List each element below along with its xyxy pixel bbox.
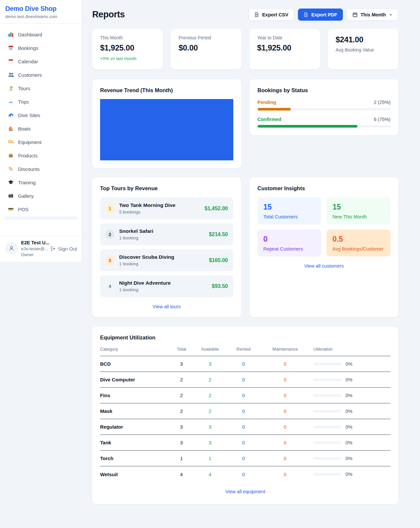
stat-label: Avg Booking Value	[336, 47, 390, 52]
tile-new-this-month: 15 New This Month	[326, 197, 390, 224]
tour-bookings: 5 bookings	[119, 210, 200, 214]
header-actions: Export CSV Export PDF This Month	[249, 9, 398, 21]
stat-card-year-to-date: Year to Date $1,925.00	[249, 29, 320, 69]
equipment-total: 3	[166, 440, 197, 445]
equipment-rented: 0	[223, 361, 264, 367]
table-row: Tank 3 3 0 0 0%	[100, 435, 390, 451]
sidebar-item-label: Customers	[18, 72, 42, 78]
tour-bookings: 1 booking	[119, 261, 204, 266]
sidebar-item-active-partial[interactable]	[4, 216, 78, 220]
period-dropdown[interactable]: This Month	[347, 9, 398, 21]
equipment-available: 2	[197, 393, 223, 398]
status-count: 6 (75%)	[374, 117, 390, 122]
stat-label: Previous Period	[178, 35, 233, 40]
period-label: This Month	[361, 12, 386, 17]
equipment-maintenance: 0	[264, 408, 306, 414]
sidebar-item-tours[interactable]: Tours	[4, 82, 78, 94]
tour-bookings: 1 booking	[119, 287, 207, 292]
export-csv-button[interactable]: Export CSV	[249, 9, 294, 21]
file-download-icon	[254, 12, 259, 17]
export-pdf-button[interactable]: Export PDF	[298, 9, 343, 21]
column-header-category: Category	[100, 347, 166, 352]
brand-name[interactable]: Demo Dive Shop	[5, 5, 76, 12]
sidebar-item-calendar[interactable]: Calendar	[4, 55, 78, 68]
equipment-rented: 0	[223, 472, 264, 477]
tile-label: Avg Bookings/Customer	[332, 246, 385, 252]
view-all-customers-link[interactable]: View all customers	[258, 263, 391, 269]
sidebar-item-pos[interactable]: POS	[4, 203, 78, 215]
equipment-rented: 0	[223, 408, 264, 414]
sidebar-item-dive-sites[interactable]: Dive Sites	[4, 109, 78, 121]
utilization-bar	[313, 378, 341, 381]
utilization-percent: 0%	[346, 377, 352, 382]
utilization-bar	[313, 473, 341, 476]
sidebar-item-discounts[interactable]: Discounts	[4, 163, 78, 175]
revenue-trend-chart	[100, 99, 233, 160]
graduation-cap-icon	[8, 179, 14, 185]
tile-label: New This Month	[332, 214, 385, 219]
sidebar-item-bookings[interactable]: 17 Bookings	[4, 42, 78, 54]
top-tours-title: Top Tours by Revenue	[100, 185, 233, 192]
dive-mask-icon	[8, 139, 14, 145]
sidebar-item-training[interactable]: Training	[4, 176, 78, 189]
equipment-maintenance: 0	[264, 456, 306, 461]
sidebar-item-boats[interactable]: Boats	[4, 122, 78, 135]
sidebar-item-gallery[interactable]: Gallery	[4, 190, 78, 202]
equipment-category: Wetsuit	[100, 472, 166, 477]
user-meta: E2E Test U... e2e-tester@... Owner	[21, 240, 47, 257]
export-csv-label: Export CSV	[262, 12, 288, 17]
page-header: Reports Export CSV Export PDF This Month	[92, 9, 398, 21]
bookings-by-status-card: Bookings by Status Pending 2 (25%) Confi…	[250, 79, 399, 135]
user-name: E2E Test U...	[21, 240, 47, 245]
sidebar-item-customers[interactable]: Customers	[4, 69, 78, 81]
sidebar-item-label: Tours	[18, 86, 30, 91]
tag-icon	[8, 166, 14, 172]
chevron-down-icon	[389, 13, 393, 17]
rank-badge: 3	[105, 256, 115, 265]
equipment-category: BCD	[100, 361, 166, 367]
avatar	[5, 242, 18, 254]
export-pdf-label: Export PDF	[311, 12, 337, 17]
bookings-calendar-icon: 17	[8, 45, 14, 51]
equipment-category: Torch	[100, 456, 166, 461]
sidebar-item-products[interactable]: Products	[4, 149, 78, 162]
equipment-utilization-card: Equipment Utilization Category Total Ava…	[92, 327, 398, 504]
tile-value: 15	[332, 203, 385, 212]
sidebar-item-dashboard[interactable]: Dashboard	[4, 28, 78, 41]
tile-repeat-customers: 0 Repeat Customers	[258, 230, 322, 256]
rank-badge: 1	[105, 204, 115, 213]
equipment-available: 3	[197, 424, 223, 430]
customers-icon	[8, 72, 14, 78]
column-header-available: Available	[197, 347, 223, 352]
insight-tiles: 15 Total Customers 15 New This Month 0 R…	[258, 197, 391, 256]
sidebar-item-label: Bookings	[18, 45, 38, 51]
stat-delta: +0% vs last month	[100, 56, 155, 61]
table-row: Dive Computer 2 2 0 0 0%	[100, 372, 390, 388]
file-download-icon	[304, 12, 308, 17]
progress-fill-pending	[258, 108, 291, 111]
stat-value: $0.00	[178, 43, 233, 52]
tour-row: 1 Two Tank Morning Dive 5 bookings $1,45…	[100, 197, 233, 219]
equipment-maintenance: 0	[264, 424, 306, 430]
sidebar-item-trips[interactable]: Trips	[4, 95, 78, 108]
sidebar-item-label: Trips	[18, 99, 29, 105]
tour-amount: $214.50	[209, 232, 228, 237]
tile-value: 0.5	[332, 235, 385, 244]
user-role: Owner	[21, 252, 47, 257]
equipment-category: Tank	[100, 440, 166, 445]
bookings-by-status-title: Bookings by Status	[258, 87, 391, 93]
stat-value: $1,925.00	[100, 43, 155, 52]
user-email: e2e-tester@...	[21, 246, 47, 251]
sidebar: Demo Dive Shop demo.test.divestreams.com…	[0, 0, 82, 262]
sidebar-item-equipment[interactable]: Equipment	[4, 136, 78, 148]
calendar-outline-icon	[352, 12, 358, 17]
sidebar-item-label: Discounts	[18, 166, 40, 172]
sign-out-button[interactable]: Sign Out	[51, 246, 77, 252]
stat-label: Year to Date	[257, 35, 312, 40]
view-all-tours-link[interactable]: View all tours	[100, 304, 233, 309]
view-all-equipment-link[interactable]: View all equipment	[100, 489, 390, 494]
island-icon	[8, 85, 14, 91]
table-row: Wetsuit 4 4 0 0 0%	[100, 466, 390, 482]
equipment-maintenance: 0	[264, 361, 306, 367]
tile-value: 0	[263, 235, 316, 244]
